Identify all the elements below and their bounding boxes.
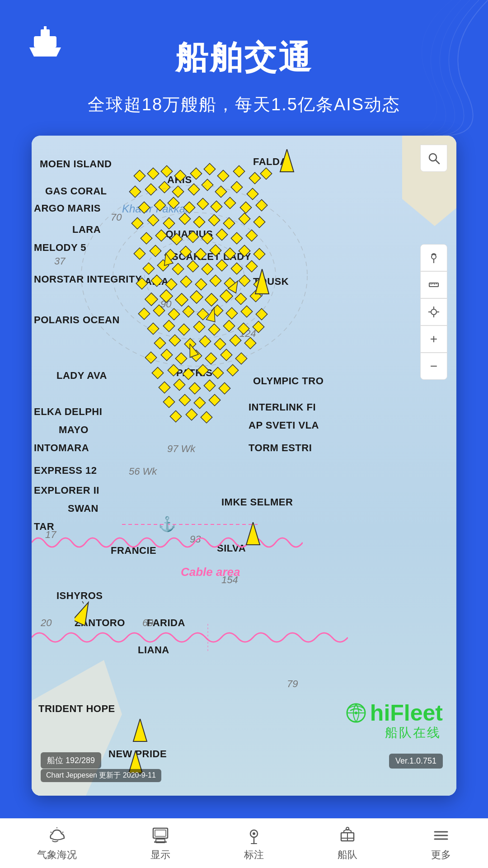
zoom-in-button[interactable]: + [420, 326, 447, 353]
svg-rect-128 [179, 394, 190, 406]
depth-79: 79 [287, 678, 298, 690]
bottom-navigation: 气象海况 显示 标注 船队 [0, 818, 488, 868]
ship-triangle-trident-hope [131, 719, 149, 744]
svg-rect-170 [155, 830, 166, 836]
svg-rect-122 [159, 382, 170, 393]
svg-rect-133 [201, 411, 212, 423]
fleet-icon [338, 826, 357, 845]
svg-point-179 [346, 827, 349, 830]
svg-line-151 [436, 160, 439, 164]
nav-weather-label: 气象海况 [37, 848, 77, 862]
hifleet-sub-text: 船队在线 [385, 724, 441, 741]
svg-marker-145 [280, 149, 294, 172]
ship-triangle-ishyros [75, 601, 93, 626]
svg-rect-125 [204, 380, 215, 391]
map-ship-count: 船位 192/289 [41, 752, 101, 769]
map-container[interactable]: MOEN ISLAND GAS CORAL ARGO MARIS LARA ME… [32, 136, 456, 796]
nav-weather[interactable]: 气象海况 [37, 826, 77, 862]
svg-rect-153 [429, 283, 438, 287]
map-controls-panel[interactable]: + − [420, 244, 447, 380]
depth-contours [68, 172, 321, 380]
more-icon [431, 826, 451, 845]
header: 船舶交通 全球超18万艘船，每天1.5亿条AIS动态 [0, 0, 488, 136]
nav-fleet[interactable]: 船队 [338, 826, 357, 862]
ruler-button[interactable] [420, 271, 447, 298]
svg-point-175 [253, 832, 255, 835]
svg-line-166 [51, 832, 52, 833]
svg-rect-127 [163, 396, 174, 407]
svg-marker-2 [29, 47, 61, 57]
display-icon [150, 826, 170, 845]
ship-label-elka-delphi: ELKA DELPHI [34, 406, 102, 418]
svg-rect-129 [194, 397, 205, 408]
map-version: Ver.1.0.751 [389, 754, 443, 769]
ship-label-mayo: MAYO [59, 424, 89, 436]
ship-label-explorer-ii: EXPLORER II [34, 485, 99, 496]
svg-rect-132 [186, 409, 197, 420]
header-wave-decoration [307, 0, 488, 136]
crosshair-button[interactable] [420, 298, 447, 326]
svg-line-168 [62, 832, 63, 833]
nav-more-label: 更多 [431, 848, 451, 862]
ship-triangle-falda [278, 149, 296, 174]
svg-rect-3 [44, 26, 47, 31]
svg-point-149 [145, 240, 244, 312]
svg-point-152 [432, 255, 436, 259]
ship-label-moen-island: MOEN ISLAND [40, 158, 112, 170]
weather-icon [47, 826, 67, 845]
svg-rect-172 [154, 841, 167, 843]
app-icon [27, 25, 63, 58]
ship-label-intomara: INTOMARA [34, 442, 89, 454]
ship-label-ishyros: ISHYROS [56, 590, 103, 602]
hifleet-brand-text: hiFleet [346, 700, 443, 726]
svg-marker-141 [75, 601, 93, 626]
svg-rect-130 [209, 394, 220, 406]
location-button[interactable] [420, 244, 447, 271]
depth-37: 37 [54, 255, 65, 267]
search-button[interactable] [420, 145, 447, 172]
nav-display-label: 显示 [150, 848, 170, 862]
wavy-line-bottom [32, 624, 348, 651]
svg-point-158 [431, 309, 436, 315]
svg-rect-131 [170, 410, 181, 422]
hifleet-logo: hiFleet 船队在线 [346, 700, 443, 741]
svg-point-148 [113, 212, 276, 339]
ship-triangle-silva [244, 522, 262, 547]
nav-more[interactable]: 更多 [431, 826, 451, 862]
map-controls-search[interactable] [420, 145, 447, 172]
zoom-out-button[interactable]: − [420, 353, 447, 380]
ship-label-trident-hope: TRIDENT HOPE [38, 703, 115, 715]
ship-label-swan: SWAN [68, 503, 99, 514]
ship-label-express12: EXPRESS 12 [34, 465, 97, 476]
nav-display[interactable]: 显示 [150, 826, 170, 862]
svg-rect-0 [34, 36, 56, 47]
svg-line-142 [75, 601, 84, 604]
mark-icon [244, 826, 264, 845]
nav-fleet-label: 船队 [338, 848, 357, 862]
nav-mark[interactable]: 标注 [244, 826, 264, 862]
svg-rect-124 [189, 382, 200, 394]
svg-marker-140 [246, 522, 260, 545]
svg-rect-123 [174, 379, 185, 390]
svg-marker-143 [133, 719, 147, 741]
svg-rect-126 [219, 382, 230, 394]
anchor-icon: ⚓ [158, 515, 176, 533]
map-chart-info: Chart Jeppesen 更新于 2020-9-11 [41, 769, 161, 782]
nav-mark-label: 标注 [244, 848, 264, 862]
